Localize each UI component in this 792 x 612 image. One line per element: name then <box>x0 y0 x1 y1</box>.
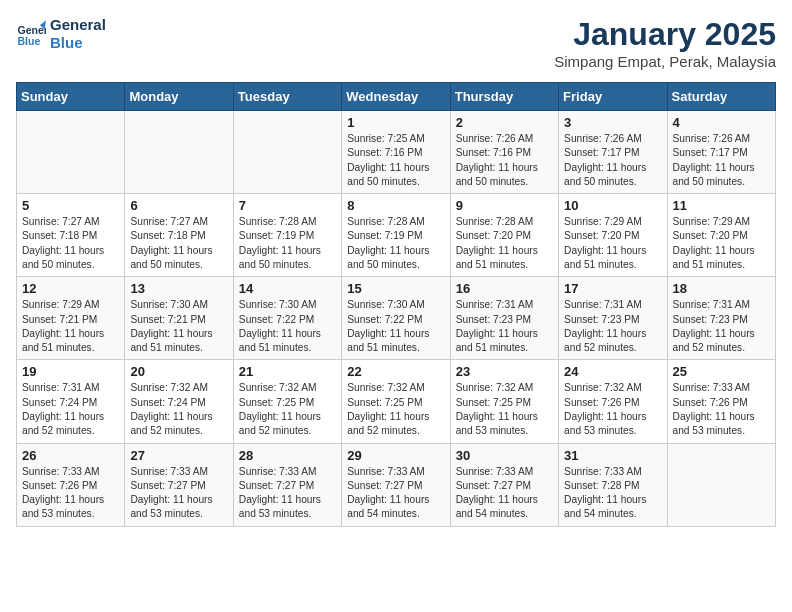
weekday-header: Monday <box>125 83 233 111</box>
calendar-cell: 10Sunrise: 7:29 AMSunset: 7:20 PMDayligh… <box>559 194 667 277</box>
day-number: 28 <box>239 448 336 463</box>
cell-text: Sunset: 7:16 PM <box>456 146 553 160</box>
cell-text: and 52 minutes. <box>564 341 661 355</box>
cell-text: Sunrise: 7:33 AM <box>456 465 553 479</box>
cell-text: Daylight: 11 hours <box>456 410 553 424</box>
calendar-cell: 15Sunrise: 7:30 AMSunset: 7:22 PMDayligh… <box>342 277 450 360</box>
cell-text: Sunrise: 7:30 AM <box>239 298 336 312</box>
weekday-header: Sunday <box>17 83 125 111</box>
cell-text: and 51 minutes. <box>22 341 119 355</box>
cell-text: Daylight: 11 hours <box>22 493 119 507</box>
cell-text: Sunset: 7:25 PM <box>456 396 553 410</box>
cell-text: Sunrise: 7:33 AM <box>564 465 661 479</box>
cell-text: Daylight: 11 hours <box>347 161 444 175</box>
day-number: 19 <box>22 364 119 379</box>
cell-text: Daylight: 11 hours <box>564 244 661 258</box>
cell-text: Daylight: 11 hours <box>564 410 661 424</box>
calendar-cell: 16Sunrise: 7:31 AMSunset: 7:23 PMDayligh… <box>450 277 558 360</box>
calendar-cell: 31Sunrise: 7:33 AMSunset: 7:28 PMDayligh… <box>559 443 667 526</box>
cell-text: Sunset: 7:24 PM <box>22 396 119 410</box>
cell-text: Daylight: 11 hours <box>130 493 227 507</box>
calendar-cell: 18Sunrise: 7:31 AMSunset: 7:23 PMDayligh… <box>667 277 775 360</box>
cell-text: Daylight: 11 hours <box>347 493 444 507</box>
cell-text: Sunset: 7:22 PM <box>239 313 336 327</box>
calendar-week-row: 5Sunrise: 7:27 AMSunset: 7:18 PMDaylight… <box>17 194 776 277</box>
cell-text: Daylight: 11 hours <box>673 244 770 258</box>
calendar-cell: 4Sunrise: 7:26 AMSunset: 7:17 PMDaylight… <box>667 111 775 194</box>
cell-text: and 53 minutes. <box>564 424 661 438</box>
calendar-cell: 28Sunrise: 7:33 AMSunset: 7:27 PMDayligh… <box>233 443 341 526</box>
cell-text: and 50 minutes. <box>347 175 444 189</box>
calendar-cell: 26Sunrise: 7:33 AMSunset: 7:26 PMDayligh… <box>17 443 125 526</box>
logo: General Blue General Blue <box>16 16 106 52</box>
cell-text: Sunset: 7:18 PM <box>130 229 227 243</box>
calendar-cell: 7Sunrise: 7:28 AMSunset: 7:19 PMDaylight… <box>233 194 341 277</box>
cell-text: Sunrise: 7:32 AM <box>564 381 661 395</box>
svg-text:Blue: Blue <box>18 35 41 47</box>
day-number: 10 <box>564 198 661 213</box>
cell-text: Sunset: 7:22 PM <box>347 313 444 327</box>
cell-text: Daylight: 11 hours <box>673 410 770 424</box>
calendar-cell: 12Sunrise: 7:29 AMSunset: 7:21 PMDayligh… <box>17 277 125 360</box>
cell-text: Daylight: 11 hours <box>347 327 444 341</box>
cell-text: Sunset: 7:21 PM <box>22 313 119 327</box>
cell-text: Sunset: 7:19 PM <box>347 229 444 243</box>
cell-text: Sunset: 7:27 PM <box>130 479 227 493</box>
cell-text: Sunrise: 7:31 AM <box>456 298 553 312</box>
calendar-cell: 5Sunrise: 7:27 AMSunset: 7:18 PMDaylight… <box>17 194 125 277</box>
day-number: 29 <box>347 448 444 463</box>
cell-text: Daylight: 11 hours <box>673 327 770 341</box>
day-number: 12 <box>22 281 119 296</box>
day-number: 21 <box>239 364 336 379</box>
calendar-cell: 24Sunrise: 7:32 AMSunset: 7:26 PMDayligh… <box>559 360 667 443</box>
day-number: 27 <box>130 448 227 463</box>
logo-line1: General <box>50 16 106 34</box>
page-header: General Blue General Blue January 2025 S… <box>16 16 776 70</box>
weekday-header: Wednesday <box>342 83 450 111</box>
cell-text: Sunrise: 7:26 AM <box>456 132 553 146</box>
calendar-cell: 11Sunrise: 7:29 AMSunset: 7:20 PMDayligh… <box>667 194 775 277</box>
cell-text: and 52 minutes. <box>239 424 336 438</box>
day-number: 11 <box>673 198 770 213</box>
day-number: 9 <box>456 198 553 213</box>
cell-text: Sunrise: 7:26 AM <box>673 132 770 146</box>
cell-text: and 52 minutes. <box>22 424 119 438</box>
cell-text: Sunset: 7:24 PM <box>130 396 227 410</box>
cell-text: Sunrise: 7:27 AM <box>130 215 227 229</box>
day-number: 8 <box>347 198 444 213</box>
cell-text: Daylight: 11 hours <box>239 410 336 424</box>
cell-text: Sunrise: 7:31 AM <box>673 298 770 312</box>
cell-text: and 50 minutes. <box>456 175 553 189</box>
calendar-cell: 20Sunrise: 7:32 AMSunset: 7:24 PMDayligh… <box>125 360 233 443</box>
cell-text: Sunset: 7:26 PM <box>22 479 119 493</box>
cell-text: Sunrise: 7:25 AM <box>347 132 444 146</box>
calendar-cell <box>125 111 233 194</box>
cell-text: and 52 minutes. <box>673 341 770 355</box>
cell-text: Daylight: 11 hours <box>347 410 444 424</box>
cell-text: Sunset: 7:27 PM <box>239 479 336 493</box>
cell-text: Sunrise: 7:33 AM <box>239 465 336 479</box>
cell-text: and 51 minutes. <box>130 341 227 355</box>
title-area: January 2025 Simpang Empat, Perak, Malay… <box>554 16 776 70</box>
calendar-week-row: 26Sunrise: 7:33 AMSunset: 7:26 PMDayligh… <box>17 443 776 526</box>
calendar-week-row: 12Sunrise: 7:29 AMSunset: 7:21 PMDayligh… <box>17 277 776 360</box>
cell-text: and 54 minutes. <box>564 507 661 521</box>
cell-text: Daylight: 11 hours <box>456 493 553 507</box>
calendar-cell: 21Sunrise: 7:32 AMSunset: 7:25 PMDayligh… <box>233 360 341 443</box>
day-number: 5 <box>22 198 119 213</box>
cell-text: Daylight: 11 hours <box>22 327 119 341</box>
cell-text: Sunrise: 7:29 AM <box>673 215 770 229</box>
cell-text: Daylight: 11 hours <box>239 327 336 341</box>
day-number: 30 <box>456 448 553 463</box>
weekday-header: Tuesday <box>233 83 341 111</box>
day-number: 16 <box>456 281 553 296</box>
cell-text: Sunset: 7:20 PM <box>673 229 770 243</box>
cell-text: Daylight: 11 hours <box>22 410 119 424</box>
day-number: 3 <box>564 115 661 130</box>
cell-text: Sunset: 7:16 PM <box>347 146 444 160</box>
cell-text: and 50 minutes. <box>130 258 227 272</box>
calendar-cell: 27Sunrise: 7:33 AMSunset: 7:27 PMDayligh… <box>125 443 233 526</box>
calendar-week-row: 19Sunrise: 7:31 AMSunset: 7:24 PMDayligh… <box>17 360 776 443</box>
day-number: 24 <box>564 364 661 379</box>
cell-text: and 51 minutes. <box>673 258 770 272</box>
